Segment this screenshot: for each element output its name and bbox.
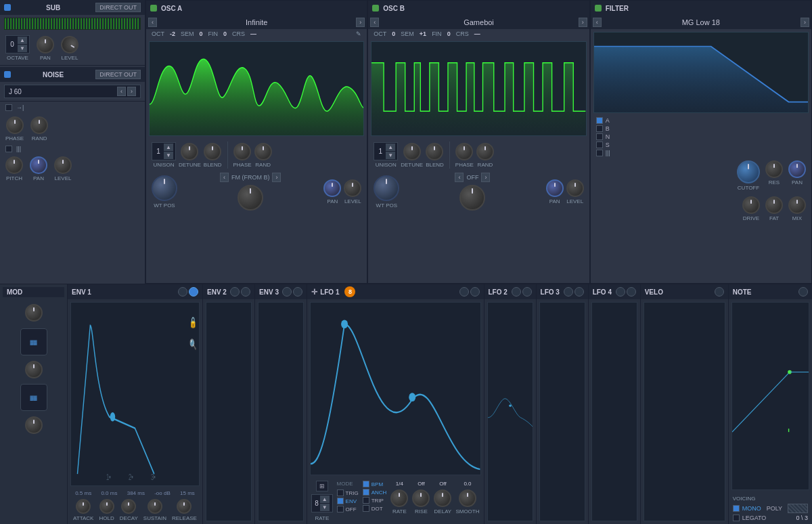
lfo1-bpm-cb[interactable] bbox=[363, 481, 369, 487]
osc-a-pan-knob[interactable] bbox=[323, 179, 341, 197]
env1-sustain-knob[interactable] bbox=[148, 499, 162, 514]
filter-route-a-cb[interactable] bbox=[596, 117, 603, 124]
osc-a-detune-knob[interactable] bbox=[181, 143, 198, 160]
osc-b-unison-up[interactable]: ▲ bbox=[386, 144, 395, 151]
lfo1-smooth-knob[interactable] bbox=[459, 489, 476, 507]
noise-led[interactable] bbox=[4, 71, 11, 78]
osc-b-off-prev[interactable]: ‹ bbox=[455, 173, 464, 182]
lfo1-bottom: ⊞ 8 ▲ ▼ RATE MODE bbox=[307, 478, 483, 524]
filter-type-prev[interactable]: ‹ bbox=[593, 18, 602, 27]
env1-release-knob[interactable] bbox=[177, 499, 191, 514]
sub-led[interactable] bbox=[4, 4, 11, 11]
env1-hold-knob[interactable] bbox=[99, 499, 114, 514]
legato-cb[interactable] bbox=[733, 515, 740, 521]
lfo1-grid-up[interactable]: ▲ bbox=[320, 496, 330, 503]
osc-b-wave-prev[interactable]: ‹ bbox=[370, 18, 379, 27]
env1-attack-knob[interactable] bbox=[76, 499, 91, 514]
osc-b-rand-knob[interactable] bbox=[476, 143, 494, 160]
mod-knob3[interactable] bbox=[25, 416, 43, 434]
lfo1-grid-display: ⊞ bbox=[316, 481, 328, 492]
noise-prev[interactable]: ‹ bbox=[117, 87, 126, 96]
mod-knob1[interactable] bbox=[25, 304, 43, 322]
lfo1-grid-val: 8 bbox=[315, 500, 319, 507]
osc-b-blend-knob[interactable] bbox=[426, 143, 443, 160]
noise-pitch-knob[interactable] bbox=[5, 156, 23, 174]
pencil-icon[interactable]: ✎ bbox=[356, 30, 361, 37]
sub-direct-out[interactable]: DIRECT OUT bbox=[95, 3, 141, 12]
lfo1-grid-section: ⊞ 8 ▲ ▼ RATE bbox=[311, 481, 332, 521]
sub-octave-up[interactable]: ▲ bbox=[18, 37, 27, 44]
lfo1-off-cb[interactable] bbox=[337, 506, 344, 512]
osc-a-level-knob[interactable] bbox=[344, 179, 361, 197]
osc-a-rand-knob[interactable] bbox=[254, 143, 272, 160]
sub-knob-row: 0 ▲ ▼ OCTAVE PAN LEVEL bbox=[0, 32, 145, 64]
lfo1-trip-cb[interactable] bbox=[363, 497, 369, 504]
noise-rand-knob[interactable] bbox=[30, 116, 48, 134]
lfo1-dot-cb[interactable] bbox=[363, 505, 369, 512]
noise-cb1[interactable] bbox=[5, 104, 12, 111]
env3-panel: ENV 3 bbox=[255, 284, 307, 524]
lfo1-rate-knob[interactable] bbox=[390, 489, 408, 507]
noise-rand-group: RAND bbox=[30, 116, 48, 141]
filter-mix-knob[interactable] bbox=[788, 196, 806, 214]
env1-panel: ENV 1 🔒 🔍 1▪ 2▪ bbox=[68, 284, 203, 524]
mod-knob2[interactable] bbox=[25, 361, 43, 378]
env1-svg: 🔒 🔍 1▪ 2▪ 3▪ bbox=[71, 303, 199, 485]
lfo1-knobs-section: 1/4 RATE Off RISE Off DELAY bbox=[390, 481, 479, 515]
lfo1-move-icon[interactable]: ✛ bbox=[311, 288, 317, 297]
noise-level-knob[interactable] bbox=[54, 156, 72, 174]
osc-b-unison-down[interactable]: ▼ bbox=[386, 152, 395, 159]
filter-pan-knob[interactable] bbox=[788, 160, 806, 178]
osc-b-off-next[interactable]: › bbox=[481, 173, 490, 182]
osc-b-rand-group: RAND bbox=[476, 143, 494, 168]
mono-cb[interactable] bbox=[733, 505, 740, 512]
osc-a-blend-knob[interactable] bbox=[204, 143, 221, 160]
osc-b-off-knob[interactable] bbox=[459, 185, 485, 211]
filter-led[interactable] bbox=[595, 5, 602, 12]
osc-b-wtpos-knob[interactable] bbox=[374, 175, 399, 201]
osc-a-fm-prev[interactable]: ‹ bbox=[220, 173, 229, 182]
osc-b-level-knob[interactable] bbox=[566, 179, 584, 197]
osc-a-wtpos-knob[interactable] bbox=[152, 175, 177, 201]
noise-next[interactable]: › bbox=[127, 87, 136, 96]
osc-a-wave-prev[interactable]: ‹ bbox=[148, 18, 157, 27]
osc-a-unison-up[interactable]: ▲ bbox=[164, 144, 173, 151]
filter-route-bars-cb[interactable] bbox=[596, 150, 603, 156]
osc-a-bottom-controls: 1 ▲ ▼ UNISON DETUNE BLEND bbox=[146, 139, 367, 171]
osc-a-fm-next[interactable]: › bbox=[272, 173, 281, 182]
filter-res-knob[interactable] bbox=[765, 160, 783, 178]
bottom-row: MOD ▓▓ ▓▓ ENV 1 bbox=[0, 284, 812, 524]
osc-b-pan-knob[interactable] bbox=[546, 179, 564, 197]
filter-route-b-cb[interactable] bbox=[596, 125, 603, 132]
osc-a-unison-down[interactable]: ▼ bbox=[164, 152, 173, 159]
osc-a-header: OSC A bbox=[146, 1, 367, 16]
filter-route-s-cb[interactable] bbox=[596, 141, 603, 148]
lfo1-grid-down[interactable]: ▼ bbox=[320, 504, 330, 511]
filter-drive-knob[interactable] bbox=[742, 196, 760, 214]
lfo1-delay-knob[interactable] bbox=[434, 489, 451, 507]
lfo1-anch-cb[interactable] bbox=[363, 489, 369, 496]
sub-level-knob[interactable] bbox=[58, 32, 82, 57]
noise-direct-out[interactable]: DIRECT OUT bbox=[95, 70, 141, 79]
osc-b-wave-next[interactable]: › bbox=[579, 18, 587, 27]
env1-decay-knob[interactable] bbox=[121, 499, 136, 514]
noise-pan-knob[interactable] bbox=[30, 156, 47, 174]
osc-a-wave-next[interactable]: › bbox=[356, 18, 365, 27]
sub-pan-knob[interactable] bbox=[37, 36, 54, 53]
filter-type-next[interactable]: › bbox=[800, 18, 809, 27]
sub-octave-down[interactable]: ▼ bbox=[18, 45, 27, 52]
lfo1-rise-knob[interactable] bbox=[412, 489, 430, 507]
osc-a-phase-knob[interactable] bbox=[233, 143, 251, 160]
osc-a-led[interactable] bbox=[150, 5, 157, 12]
lfo1-env-cb[interactable] bbox=[337, 498, 344, 504]
filter-cutoff-knob[interactable] bbox=[737, 160, 760, 183]
osc-b-led[interactable] bbox=[372, 5, 379, 12]
filter-fat-knob[interactable] bbox=[765, 196, 783, 214]
noise-phase-knob[interactable] bbox=[6, 116, 24, 134]
osc-b-detune-knob[interactable] bbox=[403, 143, 421, 160]
noise-cb2[interactable] bbox=[5, 146, 12, 152]
osc-a-fm-knob[interactable] bbox=[238, 185, 263, 211]
lfo1-trig-cb[interactable] bbox=[337, 489, 344, 496]
filter-route-n-cb[interactable] bbox=[596, 133, 603, 140]
osc-b-phase-knob[interactable] bbox=[455, 143, 473, 160]
